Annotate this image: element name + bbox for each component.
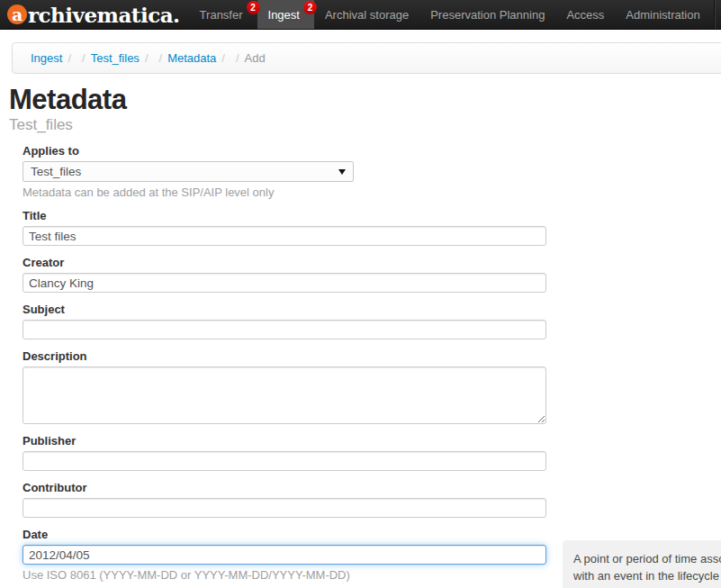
date-input[interactable] (23, 545, 546, 565)
top-navbar: archivematica. Transfer 2 Ingest 2 Archi… (0, 0, 721, 30)
applies-to-selected-value: Test_files (31, 165, 81, 178)
applies-to-label: Applies to (23, 144, 712, 158)
nav-item-administration[interactable]: Administration (615, 0, 710, 29)
metadata-form: Applies to Test_files Metadata can be ad… (23, 144, 712, 582)
breadcrumb-add: Add (245, 51, 266, 65)
nav-item-preservation-planning[interactable]: Preservation Planning (419, 0, 555, 29)
nav-item-access[interactable]: Access (555, 0, 615, 29)
ingest-count-badge: 2 (303, 1, 317, 14)
breadcrumb-divider: / (62, 51, 77, 65)
page-subtitle: Test_files (9, 116, 712, 134)
breadcrumb-divider: / (77, 51, 91, 65)
nav-label: Ingest (268, 8, 300, 22)
logo-text: rchivematica (28, 3, 173, 27)
select-caret-icon (338, 169, 346, 175)
creator-input[interactable] (23, 273, 546, 293)
logo-period: . (173, 3, 180, 27)
nav-label: Transfer (200, 8, 243, 22)
subject-label: Subject (23, 303, 712, 316)
applies-to-select[interactable]: Test_files (23, 161, 354, 182)
nav-item-transfer[interactable]: Transfer 2 (189, 0, 257, 29)
nav-label: Preservation Planning (430, 8, 545, 22)
tooltip-text: A point or period of time associated wit… (573, 552, 721, 588)
description-textarea[interactable] (23, 366, 546, 424)
subject-input[interactable] (23, 320, 546, 339)
breadcrumb-divider: / (154, 51, 168, 65)
breadcrumb-test-files[interactable]: Test_files (91, 51, 140, 65)
contributor-input[interactable] (23, 498, 546, 518)
applies-to-help: Metadata can be added at the SIP/AIP lev… (23, 185, 712, 199)
contributor-label: Contributor (23, 481, 712, 494)
title-input[interactable] (23, 226, 546, 246)
nav-label: Archival storage (325, 8, 409, 22)
date-field-tooltip: A point or period of time associated wit… (563, 540, 721, 588)
breadcrumb-divider: / (216, 51, 230, 65)
breadcrumb-metadata[interactable]: Metadata (167, 51, 216, 65)
transfer-count-badge: 2 (247, 1, 260, 14)
publisher-input[interactable] (23, 451, 546, 471)
logo-a-icon: a (7, 5, 27, 24)
breadcrumb-divider: / (230, 51, 245, 65)
breadcrumb-divider: / (140, 51, 154, 65)
archivematica-logo[interactable]: archivematica. (0, 0, 189, 29)
breadcrumb: Ingest//Test_files//Metadata//Add (12, 42, 721, 74)
page-content: Metadata Test_files Applies to Test_file… (0, 86, 721, 582)
creator-label: Creator (23, 256, 712, 269)
main-nav: Transfer 2 Ingest 2 Archival storage Pre… (189, 0, 711, 29)
page-title: Metadata (9, 86, 712, 114)
date-label: Date (23, 528, 712, 541)
title-label: Title (23, 209, 712, 222)
breadcrumb-ingest[interactable]: Ingest (31, 51, 62, 65)
publisher-label: Publisher (23, 434, 712, 448)
user-dropdown[interactable]: x (715, 0, 721, 29)
nav-item-archival-storage[interactable]: Archival storage (314, 0, 419, 29)
nav-label: Administration (626, 8, 699, 22)
description-label: Description (23, 349, 712, 363)
nav-label: Access (566, 8, 604, 22)
nav-item-ingest[interactable]: Ingest 2 (257, 0, 314, 29)
